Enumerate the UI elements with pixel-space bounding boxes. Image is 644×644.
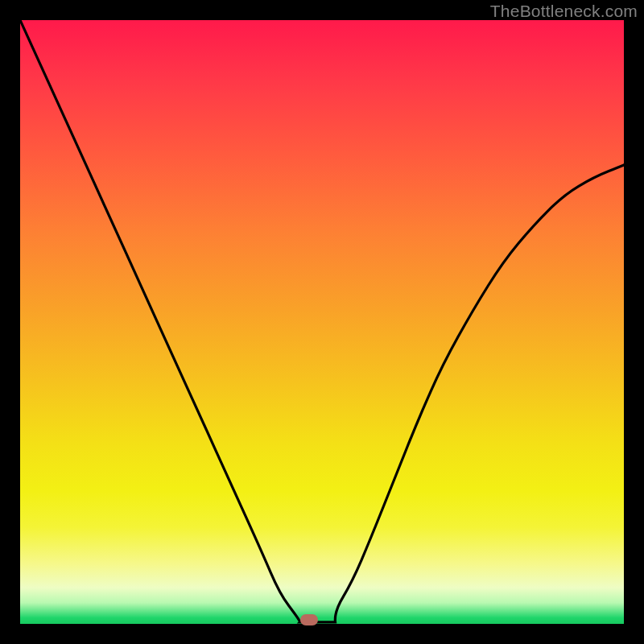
bottleneck-curve <box>20 20 624 624</box>
optimum-marker-icon <box>300 614 318 625</box>
plot-area <box>20 20 624 624</box>
curve-path <box>20 20 624 622</box>
watermark-text: TheBottleneck.com <box>490 2 638 21</box>
chart-stage: TheBottleneck.com <box>0 0 644 644</box>
